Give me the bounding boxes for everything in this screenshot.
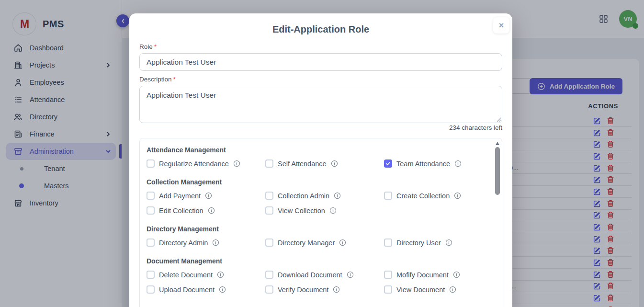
- info-icon[interactable]: [217, 271, 224, 278]
- description-field-label: Description*: [139, 76, 176, 83]
- permission-label: View Document: [396, 286, 445, 294]
- info-icon[interactable]: [205, 192, 212, 199]
- description-textarea[interactable]: Application Test User: [139, 86, 502, 123]
- permission-item-directory-manager[interactable]: Directory Manager: [265, 239, 384, 247]
- edit-application-role-modal: Edit-Application Role × Role* Descriptio…: [129, 13, 512, 307]
- permission-item-edit-collection[interactable]: Edit Collection: [147, 206, 265, 215]
- info-icon[interactable]: [333, 286, 340, 293]
- permission-label: Add Payment: [159, 192, 201, 200]
- checkbox-unchecked-icon[interactable]: [147, 192, 155, 200]
- permission-item-collection-admin[interactable]: Collection Admin: [265, 192, 384, 200]
- permission-item-mofify-document[interactable]: Mofify Document: [384, 271, 494, 279]
- characters-left-counter: 234 characters left: [449, 124, 502, 131]
- permission-label: Team Attendance: [396, 160, 450, 168]
- textarea-resize-handle[interactable]: [497, 117, 501, 122]
- info-icon[interactable]: [453, 271, 460, 278]
- permission-item-self-attendance[interactable]: Self Attendance: [265, 159, 384, 168]
- checkbox-unchecked-icon[interactable]: [265, 192, 273, 200]
- checkbox-unchecked-icon[interactable]: [147, 285, 155, 294]
- permission-label: Mofify Document: [396, 271, 449, 279]
- checkbox-unchecked-icon[interactable]: [265, 239, 273, 247]
- permission-label: Self Attendance: [278, 160, 327, 168]
- permission-item-regularize-attendance[interactable]: Regularize Attendance: [147, 159, 265, 168]
- permission-item-upload-document[interactable]: Upload Document: [147, 285, 265, 294]
- info-icon[interactable]: [233, 160, 240, 167]
- info-icon[interactable]: [339, 239, 346, 246]
- permission-label: Directory Manager: [278, 239, 335, 247]
- scrollbar-thumb[interactable]: [495, 147, 500, 195]
- permission-label: Delete Document: [159, 271, 213, 279]
- page: M PMS Dashboard Projects: [0, 0, 644, 307]
- checkbox-unchecked-icon[interactable]: [265, 271, 273, 279]
- checkbox-unchecked-icon[interactable]: [384, 239, 392, 247]
- checkbox-unchecked-icon[interactable]: [147, 239, 155, 247]
- role-field-label: Role*: [139, 43, 157, 50]
- permission-item-create-collection[interactable]: Create Collection: [384, 192, 494, 200]
- permission-item-directory-admin[interactable]: Directory Admin: [147, 239, 265, 247]
- info-icon[interactable]: [334, 192, 341, 199]
- info-icon[interactable]: [445, 239, 452, 246]
- checkbox-unchecked-icon[interactable]: [147, 159, 155, 168]
- info-icon[interactable]: [454, 192, 461, 199]
- permission-label: Directory User: [396, 239, 441, 247]
- permission-label: Verify Document: [278, 286, 328, 294]
- checkbox-unchecked-icon[interactable]: [147, 271, 155, 279]
- checkbox-unchecked-icon[interactable]: [147, 206, 155, 215]
- permission-label: View Collection: [278, 207, 325, 215]
- permission-item-add-payment[interactable]: Add Payment: [147, 192, 265, 200]
- permission-item-delete-document[interactable]: Delete Document: [147, 271, 265, 279]
- permission-section-collection-management: Collection Management Add Payment Collec…: [147, 178, 494, 215]
- permissions-panel: Attendance Management Regularize Attenda…: [139, 138, 502, 307]
- permission-item-view-document[interactable]: View Document: [384, 285, 494, 294]
- checkbox-checked-icon[interactable]: [384, 159, 392, 168]
- permission-section-title: Document Management: [147, 257, 494, 265]
- permission-section-attendance-management: Attendance Management Regularize Attenda…: [147, 146, 494, 168]
- permission-section-title: Attendance Management: [147, 146, 494, 154]
- permission-section-directory-management: Directory Management Directory Admin Dir…: [147, 225, 494, 247]
- info-icon[interactable]: [219, 286, 226, 293]
- permission-label: Edit Collection: [159, 207, 203, 215]
- checkbox-unchecked-icon[interactable]: [384, 285, 392, 294]
- permission-label: Collection Admin: [278, 192, 329, 200]
- close-icon[interactable]: ×: [493, 17, 509, 34]
- checkbox-unchecked-icon[interactable]: [384, 271, 392, 279]
- checkbox-unchecked-icon[interactable]: [265, 159, 273, 168]
- permission-label: Download Document: [278, 271, 342, 279]
- checkbox-unchecked-icon[interactable]: [384, 192, 392, 200]
- permission-label: Regularize Attendance: [159, 160, 229, 168]
- checkbox-unchecked-icon[interactable]: [265, 206, 273, 215]
- permission-item-directory-user[interactable]: Directory User: [384, 239, 494, 247]
- permission-label: Upload Document: [159, 286, 215, 294]
- permission-item-view-collection[interactable]: View Collection: [265, 206, 384, 215]
- permissions-scrollbar[interactable]: [495, 140, 500, 307]
- permission-item-team-attendance[interactable]: Team Attendance: [384, 159, 494, 168]
- info-icon[interactable]: [329, 207, 337, 214]
- permission-section-title: Collection Management: [147, 178, 494, 186]
- permission-section-title: Directory Management: [147, 225, 494, 233]
- info-icon[interactable]: [208, 207, 215, 214]
- permission-section-document-management: Document Management Delete Document Down…: [147, 257, 494, 294]
- info-icon[interactable]: [212, 239, 219, 246]
- scroll-up-icon[interactable]: [496, 142, 499, 145]
- required-marker: *: [173, 76, 176, 83]
- checkbox-unchecked-icon[interactable]: [265, 285, 273, 294]
- info-icon[interactable]: [331, 160, 338, 167]
- info-icon[interactable]: [347, 271, 354, 278]
- permission-label: Create Collection: [396, 192, 450, 200]
- permission-item-download-document[interactable]: Download Document: [265, 271, 384, 279]
- required-marker: *: [154, 43, 157, 50]
- role-input[interactable]: [139, 53, 502, 71]
- info-icon[interactable]: [454, 160, 462, 167]
- permissions-list: Attendance Management Regularize Attenda…: [140, 138, 494, 307]
- info-icon[interactable]: [449, 286, 456, 293]
- modal-title: Edit-Application Role: [129, 24, 512, 35]
- permission-item-verify-document[interactable]: Verify Document: [265, 285, 384, 294]
- permission-label: Directory Admin: [159, 239, 208, 247]
